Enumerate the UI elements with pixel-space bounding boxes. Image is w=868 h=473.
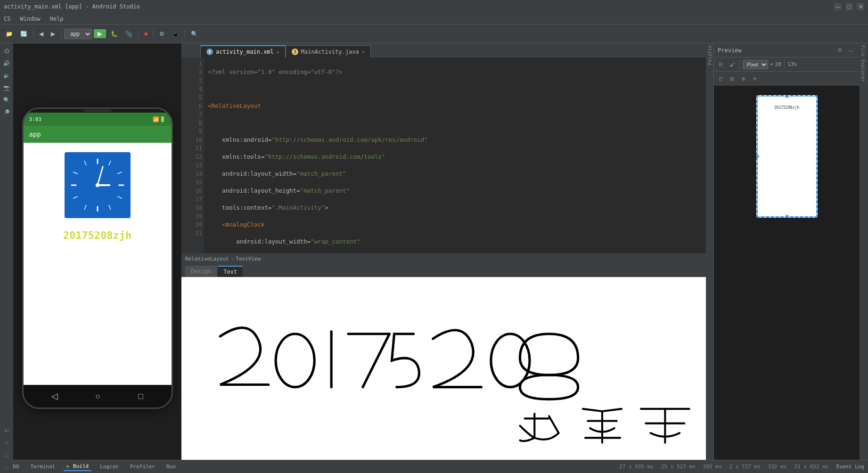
code-line-7: android:layout_width="match_parent" xyxy=(208,170,705,178)
stop-btn[interactable]: ■ xyxy=(141,27,150,41)
palette-label[interactable]: Palette xyxy=(707,45,712,65)
phone-speaker xyxy=(83,110,112,112)
status-left: TODO Terminal ▶ Build Logcat Profiler Ru… xyxy=(4,462,179,471)
timing-6: 21 s 652 ms xyxy=(794,464,829,470)
menu-help[interactable]: Help xyxy=(48,15,66,23)
preview-tool-theme[interactable]: 🖌 xyxy=(727,60,737,69)
preview-settings-btn[interactable]: ⚙ xyxy=(835,46,844,55)
handwriting-svg xyxy=(181,277,713,473)
more-btn[interactable]: ··· xyxy=(1,462,12,473)
preview-design-view-btn[interactable]: ⊡ xyxy=(716,74,725,83)
status-tab-terminal[interactable]: Terminal xyxy=(28,463,58,471)
preview-frame: 20175208zjh xyxy=(756,95,818,218)
timing-1: 27 s 935 ms xyxy=(619,464,654,470)
code-line-9: tools:context=".MainActivity"> xyxy=(208,204,705,212)
design-tab[interactable]: Design xyxy=(185,266,217,277)
tab-activity-main[interactable]: X activity_main.xml ✕ xyxy=(200,45,286,57)
menu-cs[interactable]: CS xyxy=(2,15,12,23)
app-selector[interactable]: app xyxy=(64,29,92,39)
preview-collapse-btn[interactable]: — xyxy=(846,46,856,55)
sdk-btn[interactable]: ⚙ xyxy=(156,27,167,41)
nav-recent-btn[interactable]: □ xyxy=(138,391,143,401)
preview-sub-toolbar: ⊡ ⊞ ⊕ ✛ xyxy=(714,72,860,86)
avd-btn[interactable]: 📱 xyxy=(169,27,182,41)
left-sidebar: ⏻ 🔊 🔉 📷 🔍 🔎 ↩ ○ □ ··· xyxy=(0,43,13,473)
phone-nav-bar: ◁ ○ □ xyxy=(24,385,172,408)
svg-point-16 xyxy=(276,334,314,387)
nav-back-btn[interactable]: ◁ xyxy=(51,391,58,401)
handle-top[interactable] xyxy=(786,95,788,98)
text-tab-label: Text xyxy=(223,269,237,275)
code-line-5: xmlns:android="http://schemas.android.co… xyxy=(208,136,705,144)
maximize-btn[interactable]: □ xyxy=(845,3,853,10)
handle-bottom[interactable] xyxy=(786,215,788,218)
phone-clock[interactable] xyxy=(65,152,131,218)
status-tab-build[interactable]: ▶ Build xyxy=(64,462,91,471)
rect-btn[interactable]: □ xyxy=(1,449,12,461)
toolbar-sync-btn[interactable]: 🔄 xyxy=(17,27,30,41)
window-title: activity_main.xml [app] - Android Studio xyxy=(4,3,140,10)
breadcrumb-relativelayout[interactable]: RelativeLayout xyxy=(185,256,229,262)
zoom-out-btn[interactable]: 🔎 xyxy=(1,106,12,118)
power-btn[interactable]: ⏻ xyxy=(1,45,12,57)
volume-down-btn[interactable]: 🔉 xyxy=(1,70,12,81)
preview-panel: Preview ⚙ — ⊟ 🖌 Pixel = 28 13% ⊡ ⊞ xyxy=(713,43,860,473)
preview-constraint-btn[interactable]: ✛ xyxy=(750,74,759,83)
status-tab-profiler[interactable]: Profiler xyxy=(127,463,158,471)
code-line-2 xyxy=(208,85,705,93)
circle-btn[interactable]: ○ xyxy=(1,437,12,449)
tab-mainactivity[interactable]: J MainActivity.java ✕ xyxy=(286,45,371,57)
event-log[interactable]: Event Log xyxy=(836,464,864,470)
line-numbers: 12345 678910 1112131415 1617181920 21 xyxy=(185,57,204,253)
menu-bar: CS Window Help xyxy=(0,13,868,24)
profiler-label: Profiler xyxy=(130,464,155,470)
menu-window[interactable]: Window xyxy=(18,15,42,23)
timing-3: 285 ms xyxy=(703,464,722,470)
code-content[interactable]: <?xml version="1.0" encoding="utf-8"?> <… xyxy=(204,57,709,253)
status-tab-logcat[interactable]: Logcat xyxy=(97,463,122,471)
zoom-level-value: 28 xyxy=(775,61,781,67)
phone-content: 20175208zjh xyxy=(24,143,172,385)
status-right: 27 s 935 ms 25 s 527 ms 285 ms 2 s 727 m… xyxy=(619,464,864,470)
search-btn[interactable]: 🔍 xyxy=(188,27,201,41)
timing-5: 332 ms xyxy=(768,464,787,470)
xml-tab-icon: X xyxy=(206,49,213,55)
toolbar-back-btn[interactable]: ◀ xyxy=(36,27,46,41)
svg-line-19 xyxy=(363,334,389,387)
text-tab[interactable]: Text xyxy=(218,266,243,277)
zoom-in-btn[interactable]: 🔍 xyxy=(1,94,12,106)
volume-up-btn[interactable]: 🔊 xyxy=(1,57,12,69)
breadcrumb-sep: › xyxy=(231,256,234,262)
debug-btn[interactable]: 🐛 xyxy=(108,27,121,41)
title-bar: activity_main.xml [app] - Android Studio… xyxy=(0,0,868,13)
phone-status-bar: 3:03 📶🔋 xyxy=(24,113,172,126)
pixel-selector[interactable]: Pixel xyxy=(743,60,768,69)
drawing-area xyxy=(181,277,713,473)
bottom-tabs: Design Text xyxy=(181,264,713,277)
phone-device: 3:03 📶🔋 app xyxy=(22,107,173,409)
status-bar: TODO Terminal ▶ Build Logcat Profiler Ru… xyxy=(0,460,868,473)
phone-top-bar xyxy=(24,109,172,113)
status-tab-run[interactable]: Run xyxy=(164,463,179,471)
run-btn[interactable]: ▶ xyxy=(94,29,106,38)
tab-activity-main-label: activity_main.xml xyxy=(216,49,274,55)
rotate-btn[interactable]: ↩ xyxy=(1,425,12,436)
preview-blueprint-btn[interactable]: ⊞ xyxy=(727,74,737,83)
nav-home-btn[interactable]: ○ xyxy=(96,391,101,401)
preview-tool-layers[interactable]: ⊟ xyxy=(716,60,725,69)
run-label: Run xyxy=(166,464,176,470)
preview-both-btn[interactable]: ⊕ xyxy=(738,74,748,83)
camera-btn[interactable]: 📷 xyxy=(1,82,12,93)
file-explorer-panel: File Explorer xyxy=(860,43,868,473)
toolbar-forward-btn[interactable]: ▶ xyxy=(48,27,58,41)
tab-mainactivity-close[interactable]: ✕ xyxy=(362,49,365,54)
attach-btn[interactable]: 📎 xyxy=(123,27,135,41)
tab-activity-main-close[interactable]: ✕ xyxy=(277,49,279,55)
handle-left[interactable] xyxy=(756,155,759,158)
explorer-label[interactable]: File Explorer xyxy=(860,43,867,84)
tab-bar: X activity_main.xml ✕ J MainActivity.jav… xyxy=(181,43,713,57)
breadcrumb-textview[interactable]: TextView xyxy=(236,256,261,262)
minimize-btn[interactable]: — xyxy=(834,3,842,10)
toolbar-project-btn[interactable]: 📁 xyxy=(3,27,16,41)
close-btn[interactable]: ✕ xyxy=(857,3,864,10)
